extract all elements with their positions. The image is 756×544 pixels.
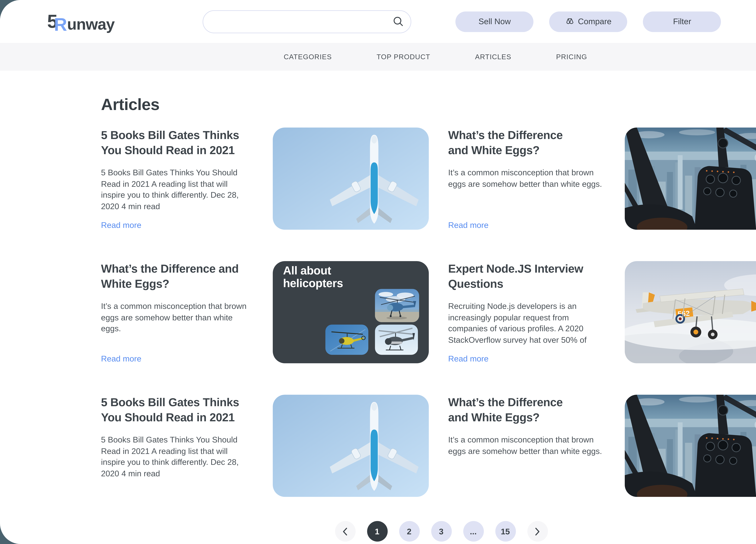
nav-item-articles[interactable]: ARTICLES bbox=[475, 53, 511, 60]
helicopters-feature-card[interactable]: All about helicopters bbox=[273, 261, 429, 363]
articles-grid: 5 Books Bill Gates Thinks You Should Rea… bbox=[101, 128, 756, 497]
sell-now-button[interactable]: Sell Now bbox=[456, 11, 534, 32]
article-image-biplane[interactable] bbox=[625, 261, 756, 363]
article-image-cockpit[interactable] bbox=[625, 395, 756, 497]
brand-logo-rest: unway bbox=[67, 16, 115, 32]
article-title: What’s the Difference and White Eggs? bbox=[101, 261, 253, 291]
read-more-link[interactable]: Read more bbox=[101, 354, 253, 363]
read-more-link[interactable]: Read more bbox=[101, 221, 253, 230]
article-excerpt: It’s a common misconception that brown e… bbox=[448, 168, 605, 190]
chevron-left-icon bbox=[342, 527, 348, 536]
app-window: 5Runway Sell Now Compare bbox=[0, 0, 756, 544]
article-excerpt: It’s a common misconception that brown e… bbox=[448, 435, 605, 457]
main-content: Articles 5 Books Bill Gates Thinks You S… bbox=[0, 96, 756, 542]
article-title: 5 Books Bill Gates Thinks You Should Rea… bbox=[101, 395, 253, 425]
brand-logo-r: R bbox=[54, 16, 67, 34]
sell-now-label: Sell Now bbox=[479, 17, 511, 26]
read-more-link[interactable]: Read more bbox=[448, 221, 605, 230]
article-image-airplane[interactable] bbox=[273, 128, 429, 230]
filter-button[interactable]: Filter bbox=[643, 11, 721, 32]
page-title: Articles bbox=[101, 96, 756, 114]
search-icon[interactable] bbox=[393, 16, 404, 29]
pagination-next-button[interactable] bbox=[527, 521, 548, 542]
article-card: 5 Books Bill Gates Thinks You Should Rea… bbox=[101, 128, 253, 230]
brand-logo[interactable]: 5Runway bbox=[47, 12, 114, 31]
mini-image-parked-helicopter[interactable] bbox=[375, 289, 419, 322]
pagination-page-3[interactable]: 3 bbox=[431, 521, 451, 542]
nav-item-top-product[interactable]: TOP PRODUCT bbox=[377, 53, 430, 60]
article-card: Expert Node.JS Interview Questions Recru… bbox=[448, 261, 605, 363]
search-bar bbox=[203, 10, 411, 33]
article-excerpt: It’s a common misconception that brown e… bbox=[101, 301, 253, 335]
compare-label: Compare bbox=[578, 17, 611, 26]
article-excerpt: 5 Books Bill Gates Thinks You Should Rea… bbox=[101, 435, 253, 479]
article-card: What’s the Difference and White Eggs? It… bbox=[448, 395, 605, 497]
article-excerpt: Recruiting Node.js developers is an incr… bbox=[448, 301, 605, 346]
article-title: What’s the Difference and White Eggs? bbox=[448, 128, 578, 158]
search-input[interactable] bbox=[203, 10, 411, 33]
header: 5Runway Sell Now Compare bbox=[0, 0, 756, 43]
article-image-airplane[interactable] bbox=[273, 395, 429, 497]
article-excerpt: 5 Books Bill Gates Thinks You Should Rea… bbox=[101, 168, 253, 212]
read-more-link[interactable]: Read more bbox=[448, 354, 605, 363]
article-card: 5 Books Bill Gates Thinks You Should Rea… bbox=[101, 395, 253, 497]
pagination-prev-button[interactable] bbox=[335, 521, 355, 542]
mini-image-police-helicopter[interactable] bbox=[375, 324, 418, 355]
pagination: 1 2 3 ... 15 bbox=[101, 521, 756, 542]
article-card: What’s the Difference and White Eggs? It… bbox=[101, 261, 253, 363]
nav-item-categories[interactable]: CATEGORIES bbox=[284, 53, 332, 60]
pagination-ellipsis[interactable]: ... bbox=[463, 521, 484, 542]
filter-label: Filter bbox=[673, 17, 691, 26]
nav-item-pricing[interactable]: PRICING bbox=[556, 53, 587, 60]
pagination-page-1[interactable]: 1 bbox=[367, 521, 387, 542]
helicopters-card-title: All about helicopters bbox=[273, 261, 357, 290]
compare-button[interactable]: Compare bbox=[549, 11, 627, 32]
article-card: What’s the Difference and White Eggs? It… bbox=[448, 128, 605, 230]
mini-image-yellow-helicopter[interactable] bbox=[325, 324, 368, 355]
pagination-page-2[interactable]: 2 bbox=[399, 521, 419, 542]
article-title: Expert Node.JS Interview Questions bbox=[448, 261, 605, 291]
article-title: What’s the Difference and White Eggs? bbox=[448, 395, 578, 425]
main-nav: CATEGORIES TOP PRODUCT ARTICLES PRICING bbox=[0, 43, 756, 71]
pagination-page-15[interactable]: 15 bbox=[495, 521, 516, 542]
article-title: 5 Books Bill Gates Thinks You Should Rea… bbox=[101, 128, 253, 158]
article-image-cockpit[interactable] bbox=[625, 128, 756, 230]
chevron-right-icon bbox=[535, 527, 540, 536]
balance-scale-icon bbox=[565, 17, 574, 26]
